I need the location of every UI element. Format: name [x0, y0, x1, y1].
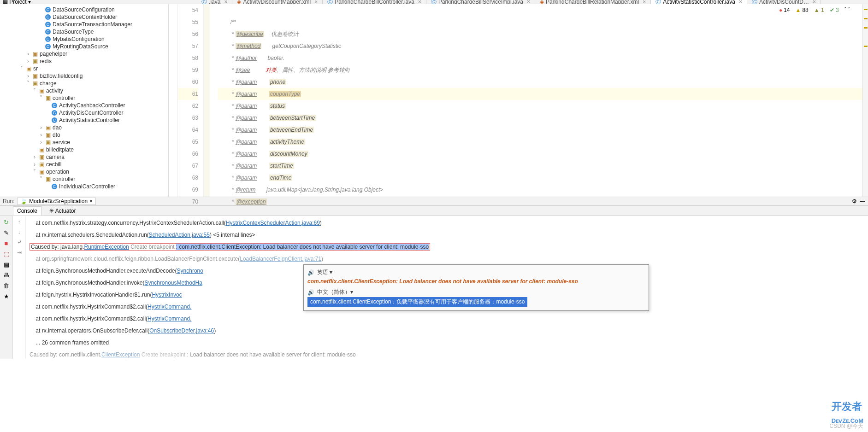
tree-item[interactable]: CMyRoutingDataSource — [0, 43, 168, 50]
error-stripe[interactable] — [862, 4, 868, 197]
tree-item[interactable]: CIndividualCarController — [0, 183, 168, 190]
speaker-icon[interactable]: 🔊 — [307, 269, 314, 276]
problems-status[interactable]: 14 88 ▲ 1 ✔ 3 ˆ ˇ — [779, 7, 850, 13]
speaker-icon[interactable]: 🔊 — [307, 289, 314, 296]
editor-tabs-bar: ▦ Project ▾ Ⓒ .java ×◈ ActivityDiscountM… — [0, 0, 868, 4]
tree-item[interactable]: CDataSourceTransactionManager — [0, 21, 168, 28]
tree-item[interactable]: ›▣service — [0, 139, 168, 146]
tree-item[interactable]: CDataSourceConfiguration — [0, 6, 168, 13]
rerun-icon[interactable]: ↻ — [4, 219, 9, 226]
print-icon[interactable]: 🖶 — [3, 272, 9, 279]
tree-item[interactable]: ˅▣charge — [0, 80, 168, 87]
run-config[interactable]: 🍃 ModuleBizSrApplication × — [17, 198, 96, 205]
tree-item[interactable]: CActivityCashbackController — [0, 102, 168, 109]
tree-item[interactable]: CDataSourceType — [0, 28, 168, 35]
code-editor[interactable]: 14 88 ▲ 1 ✔ 3 ˆ ˇ 5455565758596061626364… — [169, 4, 868, 197]
tree-item[interactable]: ˅▣operation — [0, 168, 168, 175]
exit-icon[interactable]: ⬚ — [4, 251, 9, 257]
stop-icon[interactable]: ■ — [5, 240, 8, 247]
tree-item[interactable]: ˅▣activity — [0, 87, 168, 94]
translation-target: com.netflix.client.ClientException：负载平衡器… — [307, 297, 527, 307]
actuator-tab[interactable]: ✳ Actuator — [45, 206, 80, 216]
layout-icon[interactable]: ▤ — [4, 261, 9, 268]
tree-item[interactable]: ˅▣controller — [0, 94, 168, 102]
tree-item[interactable]: CActivityStatisticController — [0, 117, 168, 124]
tree-item[interactable]: ›▣dto — [0, 131, 168, 139]
tree-item[interactable]: ›▣redis — [0, 58, 168, 65]
tree-item[interactable]: ›▣dao — [0, 124, 168, 131]
line-gutter[interactable]: 5455565758596061626364656667686970 — [178, 4, 203, 197]
tree-item[interactable]: ›▣camera — [0, 153, 168, 161]
tree-item[interactable]: CMybatisConfiguration — [0, 35, 168, 43]
tree-item[interactable]: CDataSourceContextHolder — [0, 13, 168, 21]
project-sidebar: CDataSourceConfigurationCDataSourceConte… — [0, 4, 169, 197]
tree-item[interactable]: ▣billeditplate — [0, 146, 168, 153]
logo-watermark: 开发者DᴇᴠZᴇ.CᴏM — [832, 400, 863, 426]
up-icon[interactable]: ↑ — [18, 219, 21, 225]
translation-source: com.netflix.client.ClientException: Load… — [307, 277, 645, 286]
down-icon[interactable]: ↓ — [18, 229, 21, 235]
tree-item[interactable]: ›▣cecbill — [0, 161, 168, 168]
tree-item[interactable]: CActivityDisCountController — [0, 109, 168, 117]
csdn-watermark: CSDN @今天 — [829, 422, 863, 430]
scroll-icon[interactable]: ⇥ — [17, 249, 22, 256]
tree-item[interactable]: ›▣pagehelper — [0, 50, 168, 58]
edit-icon[interactable]: ✎ — [4, 229, 9, 236]
trash-icon[interactable]: 🗑 — [3, 282, 9, 289]
project-tree[interactable]: CDataSourceConfigurationCDataSourceConte… — [0, 4, 168, 192]
run-label: Run: — [3, 198, 14, 204]
help-icon[interactable]: ★ — [4, 293, 9, 300]
wrap-icon[interactable]: ⤶ — [17, 239, 22, 245]
tree-item[interactable]: ›▣bizflow.fieldconfig — [0, 72, 168, 80]
tree-item[interactable]: ˅▣controller — [0, 175, 168, 183]
translation-popup: 🔊英语 ▾ com.netflix.client.ClientException… — [303, 264, 649, 311]
code-area[interactable]: /** * @describe 优惠卷统计 * @method getCoupo… — [210, 4, 862, 197]
console-tab[interactable]: Console — [13, 206, 41, 216]
run-side-toolbar: ↻ ✎ ■ ⬚ ▤ 🖶 🗑 ★ — [0, 216, 13, 359]
tree-item[interactable]: ˅▣sr — [0, 65, 168, 72]
